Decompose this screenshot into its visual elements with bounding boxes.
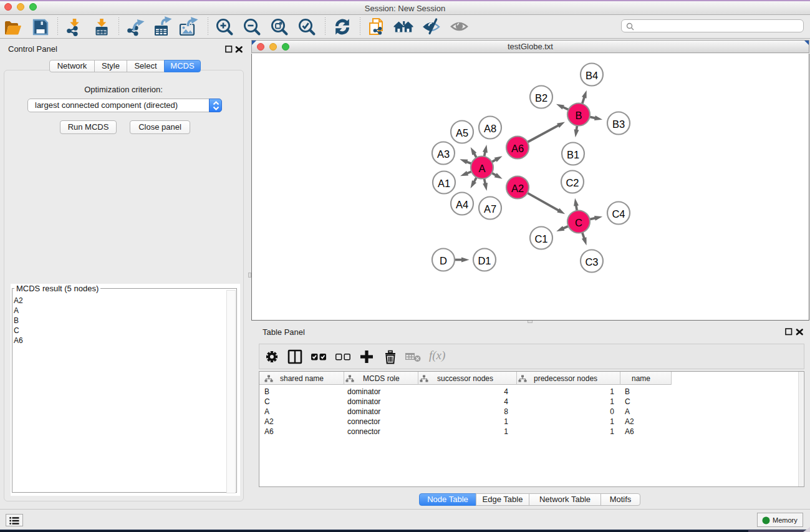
svg-text:D1: D1 — [478, 255, 491, 266]
svg-text:C3: C3 — [585, 256, 598, 268]
svg-text:A8: A8 — [484, 123, 496, 134]
svg-text:A7: A7 — [484, 203, 496, 215]
svg-text:A3: A3 — [437, 148, 450, 160]
svg-text:A1: A1 — [438, 178, 450, 189]
svg-text:C: C — [575, 217, 582, 228]
svg-text:B2: B2 — [535, 92, 547, 104]
svg-text:B1: B1 — [567, 149, 579, 160]
svg-text:D: D — [440, 255, 447, 266]
svg-text:B4: B4 — [586, 70, 598, 81]
svg-text:C4: C4 — [612, 208, 625, 220]
svg-text:A6: A6 — [511, 143, 524, 154]
svg-text:A4: A4 — [456, 199, 468, 210]
svg-text:C2: C2 — [566, 177, 579, 188]
svg-text:A: A — [478, 163, 485, 174]
svg-text:A5: A5 — [456, 127, 468, 138]
svg-text:B3: B3 — [612, 118, 625, 130]
svg-text:A2: A2 — [511, 183, 524, 194]
svg-text:C1: C1 — [534, 233, 547, 244]
svg-text:B: B — [575, 110, 582, 121]
